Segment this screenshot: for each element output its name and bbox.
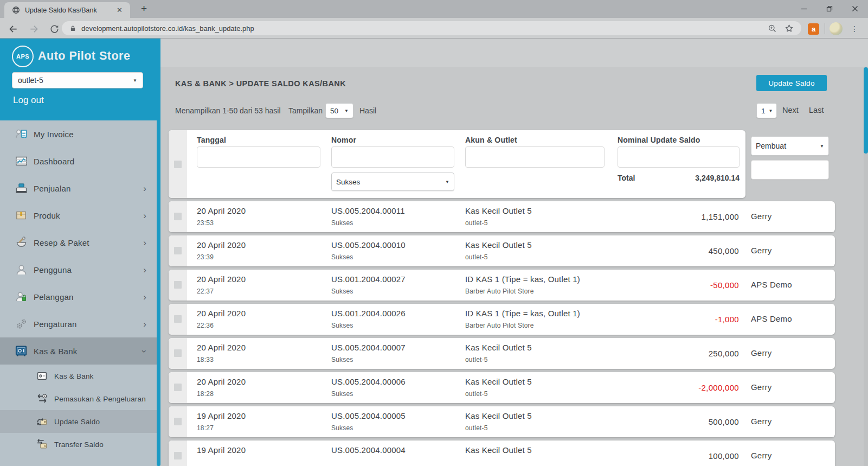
- sidebar-item-label: My Invoice: [34, 130, 74, 139]
- outlet-select[interactable]: outlet-5 ▼: [12, 72, 143, 88]
- nominal-filter-input[interactable]: [618, 146, 740, 168]
- page-size-select[interactable]: 50 ▼: [325, 103, 353, 118]
- chevron-icon: ›: [143, 320, 146, 329]
- row-checkbox[interactable]: [174, 452, 182, 459]
- last-page-link[interactable]: Last: [809, 106, 824, 114]
- update-saldo-button[interactable]: Update Saldo: [756, 75, 827, 91]
- sidebar-subitem-icon: [36, 438, 48, 451]
- sidebar-item[interactable]: My Invoice: [0, 120, 160, 148]
- pembuat-filter-select[interactable]: Pembuat ▼: [751, 136, 829, 156]
- row-checkbox-cell: [169, 372, 187, 403]
- url-text[interactable]: development.autopilotstore.co.id/kas_ban…: [81, 24, 760, 33]
- sidebar-item[interactable]: Penjualan ›: [0, 175, 160, 202]
- row-date: 20 April 2020: [197, 275, 246, 284]
- tab-close-icon[interactable]: ✕: [113, 5, 126, 15]
- sidebar-scrollbar[interactable]: [157, 59, 160, 466]
- table-row[interactable]: 19 April 2020 US.005.2004.00004 Kas Keci…: [169, 441, 835, 466]
- logout-link[interactable]: Log out: [13, 95, 44, 106]
- row-checkbox[interactable]: [174, 384, 182, 391]
- table-row[interactable]: 20 April 2020 18:33 US.005.2004.00007 Su…: [169, 338, 835, 369]
- chevron-icon: ›: [143, 292, 146, 302]
- sidebar-item-icon: [14, 235, 28, 250]
- row-time: 22:37: [197, 288, 214, 295]
- chevron-icon: ›: [143, 265, 146, 275]
- row-status: Sukses: [331, 390, 353, 398]
- col-header-akun: Akun & Outlet: [465, 136, 517, 144]
- sidebar-item[interactable]: Kas & Bank ›: [0, 337, 160, 365]
- new-tab-button[interactable]: +: [137, 2, 151, 16]
- profile-avatar[interactable]: [830, 22, 843, 35]
- sidebar-item-icon: [14, 290, 28, 304]
- row-outlet: Barber Auto Pilot Store: [465, 322, 534, 329]
- window-scrollbar-thumb[interactable]: [864, 67, 868, 154]
- row-nomor: US.005.2004.00006: [331, 377, 406, 386]
- window-restore-button[interactable]: [818, 1, 841, 16]
- row-checkbox[interactable]: [174, 315, 182, 323]
- browser-tab[interactable]: Update Saldo Kas/Bank ✕: [4, 2, 130, 18]
- status-filter-select[interactable]: Sukses ▼: [331, 173, 454, 191]
- table-row[interactable]: 20 April 2020 23:53 US.005.2004.00011 Su…: [169, 201, 835, 232]
- sidebar-item[interactable]: Resep & Paket ›: [0, 229, 160, 256]
- sidebar-subitem[interactable]: Pemasukan & Pengeluaran: [0, 387, 160, 410]
- row-checkbox[interactable]: [174, 418, 182, 425]
- sidebar-subitem-icon: [36, 393, 48, 405]
- row-akun: ID KAS 1 (Tipe = kas, Outlet 1): [465, 275, 580, 284]
- akun-filter-input[interactable]: [465, 146, 605, 168]
- browser-toolbar: development.autopilotstore.co.id/kas_ban…: [0, 18, 868, 39]
- browser-menu-icon[interactable]: ⋮: [848, 22, 861, 35]
- sidebar-item[interactable]: Produk ›: [0, 202, 160, 229]
- sidebar-item[interactable]: Pengguna ›: [0, 256, 160, 283]
- nomor-filter-input[interactable]: [331, 146, 454, 168]
- page-number-value: 1: [761, 107, 766, 115]
- bookmark-star-icon[interactable]: [785, 24, 794, 33]
- pembuat-filter-input[interactable]: [751, 160, 829, 180]
- table-row[interactable]: 20 April 2020 22:36 US.001.2004.00026 Su…: [169, 304, 835, 335]
- row-date: 20 April 2020: [197, 309, 246, 318]
- chevron-down-icon: ▼: [130, 78, 137, 83]
- back-button[interactable]: [7, 23, 20, 35]
- row-checkbox[interactable]: [174, 247, 182, 254]
- page-number-select[interactable]: 1 ▼: [756, 103, 777, 118]
- row-checkbox[interactable]: [174, 281, 182, 289]
- sidebar-subitem[interactable]: Kas & Bank: [0, 365, 160, 387]
- row-time: 18:33: [197, 356, 214, 363]
- row-time: 22:36: [197, 322, 214, 329]
- sidebar-item[interactable]: Dashboard: [0, 148, 160, 175]
- address-bar[interactable]: development.autopilotstore.co.id/kas_ban…: [62, 21, 801, 35]
- sidebar-item-label: Penjualan: [34, 184, 71, 193]
- table-row[interactable]: 20 April 2020 22:37 US.001.2004.00027 Su…: [169, 270, 835, 301]
- sidebar-item[interactable]: Pengaturan ›: [0, 310, 160, 337]
- next-page-link[interactable]: Next: [782, 106, 799, 114]
- row-akun: ID KAS 1 (Tipe = kas, Outlet 1): [465, 309, 580, 318]
- row-nominal: 1,151,000: [702, 212, 739, 221]
- row-pembuat: Gerry: [751, 348, 772, 358]
- row-time: 23:39: [197, 253, 214, 261]
- sidebar-subitem[interactable]: Update Saldo: [0, 410, 160, 433]
- window-minimize-button[interactable]: [792, 1, 816, 16]
- sidebar-subitem[interactable]: Transfer Saldo: [0, 433, 160, 456]
- window-close-button[interactable]: [843, 1, 867, 16]
- row-checkbox-cell: [169, 201, 187, 232]
- row-checkbox[interactable]: [174, 213, 182, 220]
- reload-button[interactable]: [48, 23, 61, 35]
- row-pembuat: Gerry: [751, 246, 772, 255]
- zoom-icon[interactable]: [768, 24, 777, 33]
- select-all-checkbox[interactable]: [174, 161, 182, 168]
- tanggal-filter-input[interactable]: [197, 146, 320, 168]
- sidebar-item-icon: [14, 127, 28, 141]
- extension-icon[interactable]: a: [808, 23, 819, 35]
- row-checkbox-cell: [169, 270, 187, 301]
- row-checkbox[interactable]: [174, 349, 182, 357]
- table-row[interactable]: 20 April 2020 18:28 US.005.2004.00006 Su…: [169, 372, 835, 403]
- row-status: Sukses: [331, 322, 353, 329]
- col-header-tanggal: Tanggal: [197, 136, 226, 144]
- sidebar-item[interactable]: Pelanggan ›: [0, 283, 160, 310]
- col-header-nomor: Nomor: [331, 136, 356, 144]
- row-akun: Kas Kecil Outlet 5: [465, 240, 532, 250]
- forward-button[interactable]: [27, 23, 40, 35]
- table-row[interactable]: 20 April 2020 23:39 US.005.2004.00010 Su…: [169, 235, 835, 266]
- table-row[interactable]: 19 April 2020 18:27 US.005.2004.00005 Su…: [169, 406, 835, 437]
- row-outlet: outlet-5: [465, 253, 488, 261]
- row-date: 20 April 2020: [197, 343, 246, 352]
- row-akun: Kas Kecil Outlet 5: [465, 206, 532, 215]
